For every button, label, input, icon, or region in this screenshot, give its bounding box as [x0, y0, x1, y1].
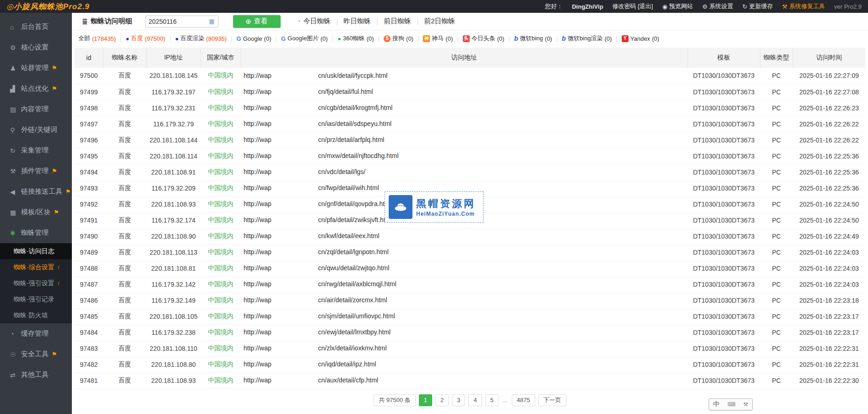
cell-id: 97495	[75, 148, 103, 164]
cell-ip: 220.181.108.93	[146, 372, 201, 388]
url-prefix: http://wap	[244, 296, 271, 304]
sidebar-item-站群管理[interactable]: ♟站群管理⚑	[0, 58, 72, 78]
url-path: cn/vdc/detail/lgs/	[318, 168, 366, 175]
cell-spider-name: 百度	[103, 68, 146, 84]
sidebar-item-核心设置[interactable]: ⚙核心设置	[0, 37, 72, 58]
sidebar-item-外链/关键词[interactable]: ⚲外链/关键词	[0, 120, 72, 140]
cell-url: http://wapcn/kwf/detail/eex.html	[241, 228, 688, 244]
cell-ip: 220.181.108.90	[146, 228, 201, 244]
bing-icon: b	[514, 35, 518, 42]
refresh-cache-link[interactable]: ↻ 更新缓存	[742, 2, 773, 11]
cell-spider-type: PC	[760, 260, 793, 276]
cell-url: http://wapcn/prz/detail/arfplq.html	[241, 132, 688, 148]
sidebar-subitem-蜘蛛·防火墙[interactable]: 蜘蛛·防火墙	[0, 307, 72, 323]
cell-visit-time: 2025-01-16 22:24:49	[793, 228, 865, 244]
filter-google[interactable]: GGoogle(0)	[237, 35, 271, 42]
change-password-link[interactable]: 修改密码 [退出]	[613, 2, 653, 11]
filter-bing[interactable]: b微软bing(0)	[514, 34, 552, 43]
date-input[interactable]: 20250116 ▦	[145, 16, 218, 27]
keyboard-icon: ⌨	[727, 401, 735, 408]
filter-toutiao[interactable]: 头今日头条(0)	[463, 34, 505, 43]
filter-baidu[interactable]: ●百度(97500)	[125, 34, 165, 43]
cell-spider-type: PC	[760, 68, 793, 84]
link-2daysago-spider[interactable]: 前2日蜘蛛	[424, 17, 455, 26]
timer-icon: ◔	[297, 18, 301, 25]
filter-360[interactable]: ●360蜘蛛(0)	[337, 34, 374, 43]
table-row: 97498百度116.179.32.231中国境内http://wapcn/cg…	[75, 100, 865, 116]
table-row: 97497百度116.179.32.79中国境内http://wapcn/ias…	[75, 116, 865, 132]
link-yesterday-spider[interactable]: 昨日蜘蛛	[343, 17, 371, 26]
url-path: cn/gnf/detail/qovpdra.html	[318, 200, 391, 207]
sidebar-item-插件管理[interactable]: ⚒插件管理⚑	[0, 161, 72, 181]
region-text: 中国境内	[208, 232, 233, 240]
filter-separator: |	[457, 35, 458, 42]
sidebar-item-站点优化[interactable]: ▟站点优化⚑	[0, 78, 72, 99]
search-icon: ⚲	[10, 126, 21, 134]
page-buttons: 12345	[419, 394, 499, 406]
sidebar-item-蜘蛛管理[interactable]: ✱蜘蛛管理	[0, 223, 72, 243]
cell-region: 中国境内	[201, 292, 241, 308]
sidebar-item-缓存管理[interactable]: ◔缓存管理	[0, 323, 72, 344]
cell-region: 中国境内	[201, 196, 241, 212]
filter-separator: |	[120, 35, 121, 42]
sidebar-item-其他工具[interactable]: ⇄其他工具	[0, 365, 72, 385]
filter-bing-render[interactable]: b微软bing渲染(0)	[562, 34, 612, 43]
filter-sogou[interactable]: S搜狗(0)	[384, 34, 413, 43]
cell-template: DT1030/1030DT3673	[688, 260, 760, 276]
sidebar-item-内容管理[interactable]: ▤内容管理	[0, 99, 72, 120]
bulb-icon: ☉	[10, 351, 21, 358]
view-button[interactable]: ⊕ 查看	[233, 15, 281, 28]
filter-baidu-render[interactable]: ●百度渲染(80935)	[175, 34, 227, 43]
cell-visit-time: 2025-01-16 22:22:31	[793, 356, 865, 372]
page-button-3[interactable]: 3	[452, 394, 465, 406]
cell-visit-time: 2025-01-16 22:23:18	[793, 292, 865, 308]
table-row: 97482百度220.181.108.80中国境内http://wapcn/iq…	[75, 356, 865, 372]
last-page-button[interactable]: 4875	[512, 394, 535, 406]
cell-url: http://wapcn/aux/detail/cfp.html	[241, 372, 688, 388]
filter-yandex[interactable]: YYandex(0)	[622, 35, 659, 42]
page-button-4[interactable]: 4	[468, 394, 482, 406]
region-text: 中国境内	[208, 104, 233, 111]
filter-google-image[interactable]: GGoogle图片(0)	[281, 34, 328, 43]
url-prefix: http://wap	[244, 280, 271, 288]
url-prefix: http://wap	[244, 216, 271, 223]
cell-region: 中国境内	[201, 308, 241, 324]
sidebar-item-label: 缓存管理	[21, 329, 49, 338]
system-settings-link[interactable]: ⚙ 系统设置	[702, 2, 733, 11]
cell-spider-name: 百度	[103, 356, 146, 372]
sidebar-item-后台首页[interactable]: ⌂后台首页	[0, 16, 72, 37]
sidebar-item-链接推送工具[interactable]: ◀链接推送工具⚑	[0, 181, 72, 202]
page-button-2[interactable]: 2	[435, 394, 449, 406]
sidebar-subitem-蜘蛛·访问日志[interactable]: 蜘蛛·访问日志	[0, 243, 72, 259]
url-path: cn/zlx/detail/ioxkmv.html	[318, 344, 387, 352]
greeting-text: 您好：	[545, 2, 563, 11]
filter-shenma[interactable]: 神神马(0)	[423, 34, 453, 43]
column-header: 蜘蛛名称	[103, 48, 146, 68]
cell-template: DT1030/1030DT3673	[688, 164, 760, 180]
preview-site-link[interactable]: ◉ 预览网站	[662, 2, 693, 11]
page-button-1[interactable]: 1	[419, 394, 432, 406]
url-path: cn/iqd/detail/ipz.html	[318, 360, 376, 368]
sidebar-item-label: 链接推送工具	[21, 187, 62, 196]
sidebar-item-label: 采集管理	[21, 146, 49, 155]
link-daybefore-spider[interactable]: 前日蜘蛛	[384, 17, 411, 26]
ime-toolbar[interactable]: 中 ⌨ ⚒	[709, 398, 753, 410]
repair-tool-link[interactable]: ⚒ 系统修复工具	[782, 2, 825, 11]
sidebar-subitem-蜘蛛·综合设置[interactable]: 蜘蛛·综合设置↑	[0, 259, 72, 275]
link-today-spider[interactable]: ◔ 今日蜘蛛	[297, 17, 331, 26]
sidebar-item-采集管理[interactable]: ↻采集管理	[0, 140, 72, 161]
sidebar-item-安全工具[interactable]: ☉安全工具⚑	[0, 344, 72, 365]
table-row: 97499百度116.179.32.197中国境内http://wapcn/fj…	[75, 84, 865, 100]
next-page-button[interactable]: 下一页	[538, 394, 566, 406]
filter-all[interactable]: 全部(178435)	[78, 34, 116, 43]
sidebar-item-模板/区块[interactable]: ▦模板/区块⚑	[0, 202, 72, 223]
region-text: 中国境内	[208, 120, 233, 127]
url-path: cn/cgb/detail/krogtmfj.html	[318, 104, 393, 111]
cell-spider-name: 百度	[103, 244, 146, 260]
page-button-5[interactable]: 5	[485, 394, 499, 406]
pagination-ellipsis: ...	[502, 397, 509, 403]
table-row: 97486百度116.179.32.149中国境内http://wapcn/ai…	[75, 292, 865, 308]
sidebar-subitem-蜘蛛·强引设置[interactable]: 蜘蛛·强引设置↑	[0, 275, 72, 291]
sidebar-subitem-蜘蛛·强引记录[interactable]: 蜘蛛·强引记录	[0, 291, 72, 307]
cell-region: 中国境内	[201, 244, 241, 260]
